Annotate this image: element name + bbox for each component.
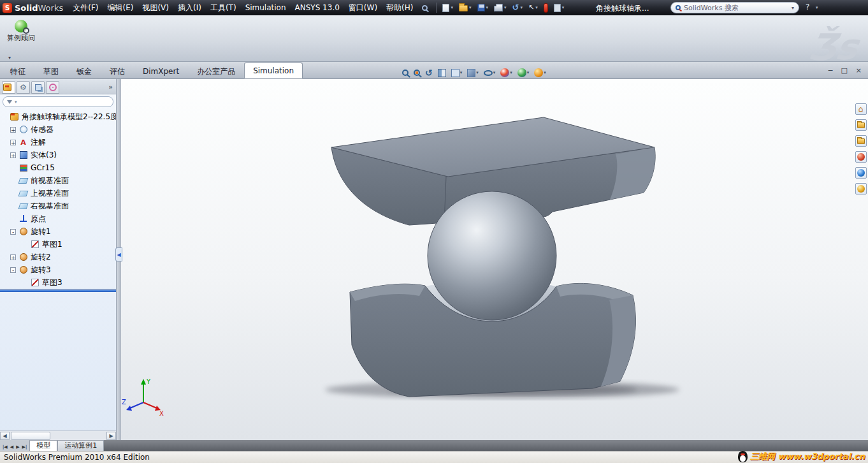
expander-icon[interactable] xyxy=(10,216,16,222)
tree-item-revolve3[interactable]: - 旋转3 xyxy=(0,263,116,276)
menu-insert[interactable]: 插入(I) xyxy=(173,0,206,15)
tab-configurationmanager[interactable] xyxy=(31,81,45,94)
search-dropdown-caret-icon[interactable]: ▾ xyxy=(792,5,794,11)
tab-office-products[interactable]: 办公室产品 xyxy=(188,63,244,78)
expander-icon[interactable]: + xyxy=(10,254,16,260)
undo-button[interactable]: ↺▾ xyxy=(510,1,524,14)
appearances-scenes-button[interactable] xyxy=(855,167,867,179)
edit-appearance-button[interactable]: ▾ xyxy=(500,66,513,79)
tree-item-material[interactable]: GCr15 xyxy=(0,161,116,174)
scroll-right-arrow-icon[interactable]: ▶ xyxy=(106,432,116,440)
zoom-to-fit-button[interactable] xyxy=(401,66,409,79)
hide-show-items-button[interactable]: ▾ xyxy=(483,66,496,79)
menu-help[interactable]: 帮助(H) xyxy=(382,0,417,15)
expander-icon[interactable] xyxy=(1,114,7,120)
section-view-button[interactable] xyxy=(437,66,447,79)
expander-icon[interactable] xyxy=(10,203,16,209)
menu-edit[interactable]: 编辑(E) xyxy=(103,0,138,15)
display-style-button[interactable]: ▾ xyxy=(467,66,479,79)
file-properties-button[interactable]: ▾ xyxy=(552,1,567,14)
tab-features[interactable]: 特征 xyxy=(1,63,34,78)
menu-view[interactable]: 视图(V) xyxy=(138,0,173,15)
expander-icon[interactable]: - xyxy=(10,267,16,273)
scroll-left-arrow-icon[interactable]: ◀ xyxy=(0,432,10,440)
tree-item-right-plane[interactable]: 右视基准面 xyxy=(0,200,116,212)
restore-button[interactable]: □ xyxy=(841,66,847,75)
previous-tab-button[interactable]: ◀ xyxy=(10,445,14,450)
file-explorer-button[interactable] xyxy=(855,135,867,147)
tab-simulation[interactable]: Simulation xyxy=(244,62,303,78)
tree-filter-bar[interactable]: ▾ xyxy=(3,96,113,107)
tab-sketch[interactable]: 草图 xyxy=(34,63,68,78)
menu-ansys[interactable]: ANSYS 13.0 xyxy=(291,0,344,15)
tree-item-revolve1[interactable]: - 旋转1 xyxy=(0,225,116,238)
zoom-to-area-button[interactable] xyxy=(413,66,421,79)
expander-icon[interactable] xyxy=(22,280,27,286)
advisor-dropdown-caret-icon[interactable]: ▾ xyxy=(8,55,11,61)
panel-horizontal-scrollbar[interactable]: ◀ ▶ xyxy=(0,430,116,440)
study-advisor-button[interactable]: 算例顾问 xyxy=(4,18,38,55)
tab-featuremanager-design-tree[interactable] xyxy=(2,81,15,94)
tree-item-sensors[interactable]: + 传感器 xyxy=(0,123,116,136)
panel-collapse-button[interactable]: ◀ xyxy=(115,247,122,261)
view-settings-button[interactable]: ▾ xyxy=(533,66,547,79)
menu-simulation[interactable]: Simulation xyxy=(241,0,291,15)
save-button[interactable]: ▾ xyxy=(475,1,491,14)
bearing-model-view[interactable]: Y Z X xyxy=(121,79,868,440)
new-document-button[interactable]: ▾ xyxy=(440,1,455,14)
first-tab-button[interactable]: |◀ xyxy=(2,445,8,450)
expander-icon[interactable] xyxy=(10,178,16,184)
design-library-button[interactable] xyxy=(855,119,867,131)
menu-tools[interactable]: 工具(T) xyxy=(206,0,241,15)
apply-scene-button[interactable]: ▾ xyxy=(517,66,530,79)
tree-item-part-root[interactable]: 角接触球轴承模型2--22.5度 ( xyxy=(0,110,116,123)
tab-model[interactable]: 模型 xyxy=(29,440,57,451)
minimize-button[interactable]: ─ xyxy=(828,66,833,75)
open-button[interactable]: ▾ xyxy=(457,1,474,14)
next-tab-button[interactable]: ▶ xyxy=(15,445,20,450)
tab-motion-study-1[interactable]: 运动算例1 xyxy=(57,440,104,451)
tree-item-front-plane[interactable]: 前视基准面 xyxy=(0,174,116,187)
close-button[interactable]: × xyxy=(856,66,862,75)
expander-icon[interactable] xyxy=(22,242,27,247)
expander-icon[interactable]: - xyxy=(10,229,16,235)
tab-evaluate[interactable]: 评估 xyxy=(101,63,134,78)
expander-icon[interactable] xyxy=(10,191,16,196)
tab-dimxpert[interactable]: DimXpert xyxy=(134,63,188,78)
panel-overflow-chevron-icon[interactable]: » xyxy=(108,83,114,91)
expander-icon[interactable]: + xyxy=(10,140,16,145)
expander-icon[interactable]: + xyxy=(10,127,16,133)
view-orientation-button[interactable]: ▾ xyxy=(451,66,463,79)
tab-dimxpertmanager[interactable] xyxy=(46,81,59,94)
tree-item-revolve2[interactable]: + 旋转2 xyxy=(0,251,116,263)
help-dropdown-caret-icon[interactable]: ▾ xyxy=(816,5,818,10)
solidworks-resources-button[interactable]: ⌂ xyxy=(855,103,867,115)
menu-file[interactable]: 文件(F) xyxy=(68,0,103,15)
tree-item-sketch3[interactable]: 草图3 xyxy=(0,276,116,289)
filter-caret-icon[interactable]: ▾ xyxy=(15,99,17,105)
rebuild-indicator-button[interactable] xyxy=(542,1,550,14)
rollback-bar[interactable] xyxy=(0,290,116,292)
solidworks-search-box[interactable]: SolidWorks 搜索 ▾ xyxy=(670,2,799,13)
tree-item-annotations[interactable]: + 注解 xyxy=(0,136,116,149)
tree-item-sketch1[interactable]: 草图1 xyxy=(0,238,116,251)
tree-item-origin[interactable]: 原点 xyxy=(0,212,116,225)
previous-view-button[interactable]: ↺ xyxy=(424,66,433,79)
tree-item-top-plane[interactable]: 上视基准面 xyxy=(0,187,116,200)
graphics-area[interactable]: Y Z X xyxy=(121,79,868,440)
expander-icon[interactable]: + xyxy=(10,152,16,158)
expander-icon[interactable] xyxy=(10,165,16,171)
tree-item-solid-bodies[interactable]: + 实体(3) xyxy=(0,149,116,161)
select-button[interactable]: ↖▾ xyxy=(526,1,540,14)
custom-properties-button[interactable] xyxy=(855,183,867,195)
menu-search-icon[interactable] xyxy=(417,0,432,15)
view-palette-button[interactable] xyxy=(855,151,867,163)
print-button[interactable]: ▾ xyxy=(492,1,509,14)
tab-propertymanager[interactable]: ⚙ xyxy=(17,81,30,94)
help-button[interactable]: ? xyxy=(806,3,809,11)
scrollbar-thumb[interactable] xyxy=(11,432,50,440)
menu-window[interactable]: 窗口(W) xyxy=(344,0,382,15)
bearing-ball[interactable] xyxy=(428,191,556,320)
last-tab-button[interactable]: ▶| xyxy=(22,445,28,450)
tab-sheet-metal[interactable]: 钣金 xyxy=(68,63,101,78)
